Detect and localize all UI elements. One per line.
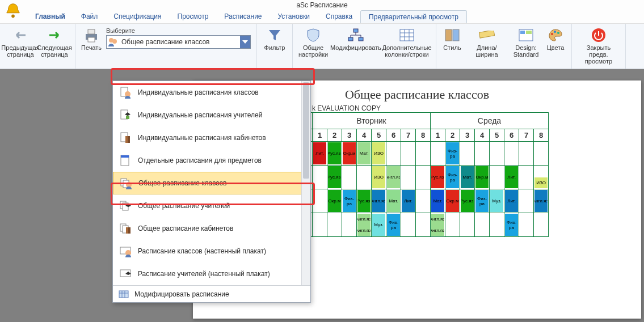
print-label: Печать <box>81 44 102 51</box>
tab-5[interactable]: Установки <box>270 10 318 23</box>
cell <box>490 166 504 189</box>
cell: Мат. <box>357 142 372 166</box>
prev-page-button[interactable]: Предыдущая страница <box>3 26 37 67</box>
cell: Англ.яз.Англ.яз. <box>431 213 445 237</box>
close-label: Закрыть предв. просмотр <box>576 44 621 65</box>
svg-rect-12 <box>479 31 494 38</box>
tab-1[interactable]: Файл <box>73 10 106 23</box>
cell <box>534 142 549 166</box>
arrow-right-icon <box>47 27 62 43</box>
dropdown-item-6[interactable]: Общее расписание кабинетов <box>113 217 310 240</box>
cell: ИЗО <box>372 142 386 166</box>
prev-page-label: Предыдущая страница <box>1 44 39 58</box>
svg-point-18 <box>557 32 559 34</box>
cell: Лит. <box>504 189 519 213</box>
dropdown-item-label: Индивидуальные расписания кабинетов <box>138 134 266 142</box>
select-label: Выберите <box>106 27 251 34</box>
close-preview-button[interactable]: Закрыть предв. просмотр <box>575 26 622 67</box>
cell <box>386 142 401 166</box>
tab-4[interactable]: Расписание <box>216 10 270 23</box>
dropdown-item-icon <box>119 86 132 99</box>
printer-icon <box>83 27 99 43</box>
dropdown-item-label: Расписание учителей (настенный плакат) <box>138 270 270 278</box>
svg-rect-10 <box>445 29 452 41</box>
dropdown-item-label: Расписание классов (настенный плакат) <box>138 247 266 255</box>
design-icon <box>518 27 534 43</box>
tab-2[interactable]: Спецификация <box>106 10 169 23</box>
dropdown-item-5[interactable]: Общее расписание учителей <box>113 194 310 217</box>
cell <box>313 189 327 213</box>
general-settings-button[interactable]: Общие настройки <box>296 26 330 67</box>
dropdown-item-0[interactable]: Индивидуальные расписания классов <box>113 81 310 104</box>
cell: Окр.м <box>327 189 342 213</box>
cell: Англ.яз. <box>372 189 386 213</box>
dropdown-item-7[interactable]: Расписание классов (настенный плакат) <box>113 240 310 262</box>
modify-label: Модифицировать <box>330 44 381 51</box>
dropdown-footer[interactable]: Модифицировать расписание <box>113 285 310 302</box>
dropdown-item-2[interactable]: Индивидуальные расписания кабинетов <box>113 126 310 149</box>
cell: Рус.яз. <box>327 166 342 189</box>
dropdown-item-8[interactable]: Расписание учителей (настенный плакат) <box>113 262 310 285</box>
extra-label: Дополнительные колонки/строки <box>382 44 431 58</box>
cell: ИЗО <box>372 166 386 189</box>
cell: Англ.яз. <box>386 166 401 189</box>
svg-point-5 <box>112 39 117 44</box>
dropdown-item-4[interactable]: Общее расписание классов <box>113 172 310 194</box>
tab-6[interactable]: Справка <box>318 10 360 23</box>
dropdown-item-icon <box>119 154 132 167</box>
people-icon <box>107 36 119 48</box>
svg-rect-7 <box>348 37 353 41</box>
general-label: Общие настройки <box>297 44 329 58</box>
print-button[interactable]: Печать <box>79 26 104 67</box>
cell <box>504 142 519 166</box>
cell: Мат. <box>460 166 475 189</box>
cell: Рус.яз. <box>431 166 445 189</box>
svg-rect-6 <box>353 29 358 32</box>
colors-button[interactable]: Цвета <box>543 26 568 67</box>
report-select[interactable]: Общее расписание классов <box>106 35 251 49</box>
cell <box>327 213 342 237</box>
chevron-down-icon[interactable] <box>240 36 250 48</box>
dropdown-footer-label: Модифицировать расписание <box>134 290 229 298</box>
svg-point-17 <box>554 31 556 33</box>
cell <box>357 166 372 189</box>
style-button[interactable]: Стиль <box>440 26 465 67</box>
cell <box>519 142 534 166</box>
modify-button[interactable]: Модифицировать <box>330 26 381 67</box>
cell <box>313 166 327 189</box>
svg-rect-3 <box>88 37 95 42</box>
cell: Физ-ра <box>445 166 460 189</box>
cell <box>313 213 327 237</box>
cell <box>401 166 416 189</box>
dropdown-item-icon <box>119 244 132 258</box>
filter-button[interactable]: Фильтр <box>260 26 289 67</box>
svg-point-0 <box>11 15 15 18</box>
ribbon-tabs: ГлавныйФайлСпецификацияПросмотрРасписани… <box>0 10 644 24</box>
design-button[interactable]: Design: Standard <box>509 26 543 67</box>
extra-cols-button[interactable]: Дополнительные колонки/строки <box>381 26 432 67</box>
next-page-button[interactable]: Следующая страница <box>37 26 71 67</box>
dropdown-item-3[interactable]: Отдельные расписания для предметов <box>113 149 310 172</box>
report-dropdown: Индивидуальные расписания классовИндивид… <box>112 80 311 303</box>
palette-icon <box>548 27 563 43</box>
select-value: Общее расписание классов <box>119 38 240 46</box>
tab-0[interactable]: Главный <box>27 10 73 23</box>
cell <box>401 142 416 166</box>
svg-rect-23 <box>126 116 129 119</box>
dropdown-scrollbar[interactable] <box>301 81 310 285</box>
cell: Рус.яз. <box>460 189 475 213</box>
dropdown-item-icon <box>119 131 132 145</box>
cell <box>401 213 416 237</box>
cell <box>416 166 431 189</box>
dropdown-item-1[interactable]: Индивидуальные расписания учителей <box>113 104 310 126</box>
size-button[interactable]: Длина/ширина <box>465 26 509 67</box>
cell <box>490 142 504 166</box>
cell <box>519 213 534 237</box>
dropdown-item-label: Общее расписание классов <box>138 179 226 187</box>
svg-rect-25 <box>125 136 128 143</box>
cell: Физ-ра <box>475 189 490 213</box>
tab-3[interactable]: Просмотр <box>170 10 217 23</box>
cell: ИЗО <box>534 166 549 189</box>
style-label: Стиль <box>443 44 461 51</box>
tab-7[interactable]: Предварительный просмотр <box>360 10 467 23</box>
